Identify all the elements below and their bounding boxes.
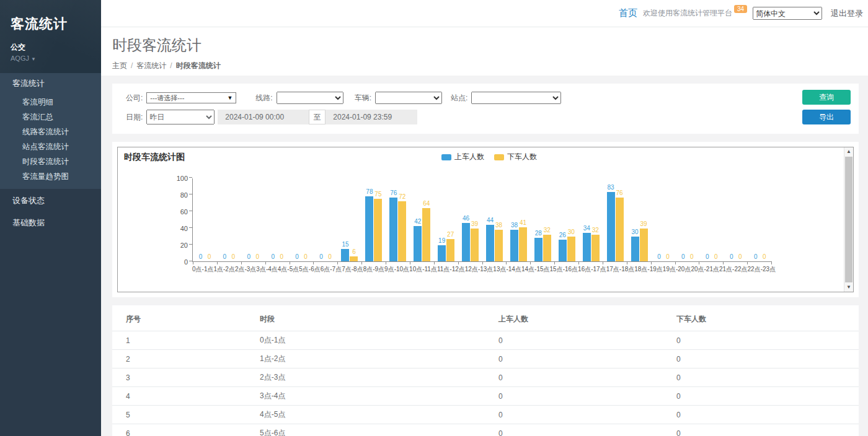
data-table-panel: 序号 时段 上车人数 下车人数 10点-1点0021点-2点0032点-3点00… [112, 305, 859, 436]
bar [567, 237, 575, 262]
export-button[interactable]: 导出 [802, 110, 851, 124]
table-cell: 6 [112, 424, 255, 436]
station-select[interactable] [471, 92, 561, 104]
language-select[interactable]: 简体中文 [753, 7, 822, 20]
bar [341, 249, 349, 261]
query-button[interactable]: 查询 [802, 90, 851, 105]
welcome-text: 欢迎使用客流统计管理平台 [643, 8, 732, 19]
bar-groups: 0000000000001567875767242641927463944383… [193, 178, 772, 261]
bar-value-label: 64 [423, 201, 430, 207]
content-area: 公司: ---请选择--- ▼ 线路: 车辆: 站点: 日期: 昨日 至 查询 [101, 76, 868, 436]
bar-value-label: 0 [247, 254, 251, 260]
date-from-input[interactable] [218, 110, 309, 124]
sidebar-subitem[interactable]: 线路客流统计 [0, 124, 101, 139]
bar-group: 00 [314, 178, 338, 261]
x-axis-tick [578, 262, 579, 264]
y-axis-label: 100 [164, 175, 188, 182]
sidebar-submenu: 客流明细客流汇总线路客流统计站点客流统计时段客流统计客流量趋势图 [0, 94, 101, 189]
scroll-up-arrow[interactable]: ▲ [844, 147, 853, 156]
table-cell: 2 [112, 350, 255, 368]
breadcrumb-home[interactable]: 主页 [112, 61, 127, 70]
x-axis-label: 1点-2点 [213, 266, 234, 272]
bar [446, 239, 454, 261]
table-cell: 0 [494, 424, 671, 436]
bar-column: 6 [350, 249, 358, 261]
x-axis-tick [386, 262, 386, 264]
chevron-down-icon: ▼ [227, 95, 232, 101]
date-preset-select[interactable]: 昨日 [146, 110, 215, 124]
y-axis-label: 80 [164, 191, 188, 199]
sidebar-subitem[interactable]: 站点客流统计 [0, 139, 101, 154]
table-cell: 0 [494, 387, 671, 406]
bar-column: 46 [462, 216, 470, 261]
sidebar-subitem[interactable]: 客流明细 [0, 95, 101, 110]
vehicle-select[interactable] [375, 92, 442, 104]
sidebar-item-passenger-stats[interactable]: 客流统计 [0, 73, 101, 94]
chevron-down-icon: ▼ [31, 56, 36, 62]
chart-box: 时段车流统计图 上车人数下车人数 00000000000015678757672… [117, 147, 854, 292]
y-axis-label: 0 [164, 258, 188, 266]
bar [471, 229, 479, 261]
x-axis-tick [458, 262, 459, 264]
bar-column: 42 [414, 219, 422, 261]
legend-item[interactable]: 下车人数 [494, 152, 537, 162]
bar-value-label: 83 [608, 185, 614, 191]
sidebar-subitem[interactable]: 客流汇总 [0, 110, 101, 124]
bar-value-label: 19 [438, 238, 445, 244]
bar [398, 201, 406, 261]
breadcrumb-passenger-stats[interactable]: 客流统计 [136, 61, 166, 70]
line-select[interactable] [277, 92, 343, 104]
bar-value-label: 76 [616, 190, 623, 196]
y-axis-label: 60 [164, 208, 188, 216]
bar-column: 64 [422, 201, 430, 261]
bar [350, 256, 358, 261]
legend-swatch [441, 154, 451, 160]
scroll-thumb[interactable] [845, 157, 852, 282]
bar-value-label: 30 [631, 229, 638, 235]
chart-panel: 时段车流统计图 上车人数下车人数 00000000000015678757672… [112, 142, 859, 297]
x-axis-label: 9点-10点 [384, 266, 409, 272]
x-axis-label: 13点-14点 [493, 266, 521, 272]
bar-column: 0 [293, 254, 301, 261]
legend-item[interactable]: 上车人数 [441, 152, 484, 162]
bar-group: 00 [241, 178, 265, 261]
bar-value-label: 32 [592, 227, 599, 233]
bar-group: 00 [217, 178, 241, 261]
bar-group: 7875 [361, 178, 386, 261]
bar-group: 00 [193, 178, 217, 261]
y-axis-tick [189, 244, 192, 245]
sidebar-item-base-data[interactable]: 基础数据 [0, 212, 101, 233]
date-to-input[interactable] [326, 110, 417, 124]
bar-column: 75 [374, 191, 382, 261]
home-link[interactable]: 首页 [619, 7, 637, 19]
x-axis-label: 7点-8点 [342, 266, 363, 272]
bar-group: 3432 [579, 178, 603, 261]
bar-column: 78 [365, 189, 373, 261]
table-cell: 3点-4点 [255, 387, 494, 406]
sidebar-item-device-status[interactable]: 设备状态 [0, 190, 101, 211]
scroll-down-arrow[interactable]: ▼ [844, 283, 853, 292]
x-axis-ticks [193, 262, 772, 264]
bar-value-label: 0 [714, 254, 718, 260]
logout-link[interactable]: 退出登录 [831, 8, 863, 19]
company-select[interactable]: ---请选择--- ▼ [146, 92, 236, 103]
bar-value-label: 0 [208, 254, 211, 260]
table-cell: 0 [671, 331, 859, 350]
data-table: 序号 时段 上车人数 下车人数 10点-1点0021点-2点0032点-3点00… [112, 305, 859, 436]
bar-column: 32 [543, 227, 551, 261]
sidebar-subitem[interactable]: 时段客流统计 [0, 154, 101, 169]
bar-value-label: 0 [730, 254, 733, 260]
line-label: 线路: [255, 93, 272, 103]
bar-column: 76 [616, 190, 624, 261]
sidebar-subitem[interactable]: 客流量趋势图 [0, 169, 101, 184]
breadcrumb-separator: / [131, 61, 133, 70]
user-dropdown[interactable]: AQGJ▼ [11, 54, 101, 62]
bar-column: 0 [736, 254, 744, 261]
bar [640, 229, 648, 261]
bar-column: 32 [591, 227, 600, 261]
bar-column: 0 [229, 254, 237, 261]
x-axis-tick [337, 262, 338, 264]
bar-value-label: 34 [583, 225, 590, 232]
table-row: 54点-5点00 [112, 406, 859, 424]
bar-column: 15 [341, 242, 349, 261]
